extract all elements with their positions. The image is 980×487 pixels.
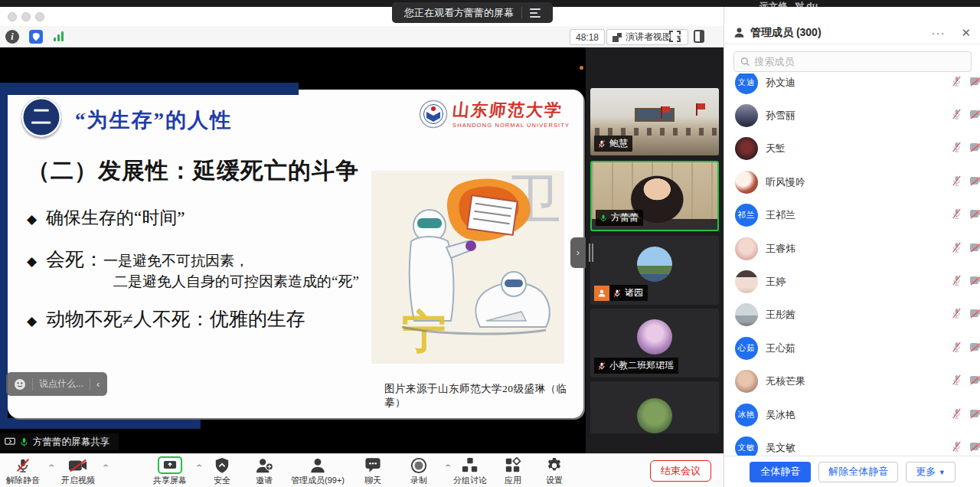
video-tile[interactable]: 诸园 — [590, 236, 719, 305]
participants-panel: 管理成员 (300) ··· ✕ 文迪 孙文迪 — [724, 7, 980, 487]
mic-muted-icon — [612, 289, 622, 298]
camera-off-icon[interactable] — [969, 275, 980, 289]
participant-row[interactable]: 听风慢吟 — [724, 165, 980, 198]
mic-muted-icon[interactable] — [951, 307, 962, 322]
camera-off-icon[interactable] — [969, 242, 980, 256]
video-tile-partial[interactable] — [590, 381, 719, 433]
chat-placeholder[interactable]: 说点什么... — [39, 378, 83, 391]
mic-muted-icon[interactable] — [951, 407, 962, 423]
participant-row[interactable]: 冰艳 吴冰艳 — [724, 398, 980, 431]
host-badge-icon — [594, 286, 609, 301]
settings-button[interactable]: 设置 — [527, 456, 582, 486]
share-screen-button[interactable]: 共享屏幕 — [142, 456, 198, 486]
meeting-info-icon[interactable]: i — [5, 30, 19, 44]
close-icon[interactable]: ✕ — [961, 26, 971, 40]
camera-off-icon[interactable] — [969, 76, 980, 90]
video-options-chevron[interactable]: ⌃ — [101, 463, 110, 472]
encryption-shield-icon[interactable] — [29, 30, 43, 44]
video-tile[interactable]: 小教二班郑珺瑶 — [590, 309, 719, 378]
window-minimize-dot[interactable] — [21, 12, 31, 21]
mic-muted-icon[interactable] — [951, 108, 962, 123]
search-members-input[interactable] — [754, 56, 965, 67]
participant-row[interactable]: 心茹 王心茹 — [724, 332, 980, 364]
manage-participants-button[interactable]: 管理成员(99+) — [290, 456, 345, 486]
camera-off-icon[interactable] — [969, 408, 980, 422]
participant-name: 孙雪丽 — [766, 109, 970, 123]
participant-row[interactable]: 文迪 孙文迪 — [724, 74, 980, 99]
side-panel-toggle-button[interactable] — [694, 30, 704, 43]
mic-muted-icon[interactable] — [951, 274, 962, 289]
participant-row[interactable]: 王睿炜 — [724, 232, 980, 265]
camera-off-icon[interactable] — [969, 142, 980, 155]
viewing-screen-text: 您正在观看方蕾蕾的屏幕 — [404, 6, 514, 20]
participant-row[interactable]: 王婷 — [724, 265, 980, 298]
breakout-rooms-icon — [462, 456, 479, 474]
window-close-dot[interactable] — [8, 12, 17, 21]
mic-muted-icon[interactable] — [951, 440, 962, 456]
mic-muted-icon[interactable] — [951, 374, 962, 389]
camera-off-icon[interactable] — [969, 374, 980, 388]
background-window-title: 远文修...对.du — [760, 0, 818, 7]
participant-row[interactable]: 王彤茜 — [724, 299, 980, 332]
avatar — [637, 319, 672, 355]
more-button[interactable]: 更多 ▼ — [906, 462, 956, 482]
collapse-chevron-icon[interactable]: ‹ — [96, 378, 100, 390]
record-button[interactable]: 录制 — [391, 456, 446, 486]
camera-off-icon[interactable] — [969, 342, 980, 355]
avatar — [637, 398, 672, 433]
invite-button[interactable]: 邀请 — [237, 456, 292, 486]
unmute-all-button[interactable]: 解除全体静音 — [818, 462, 898, 482]
participant-row[interactable]: 祁兰 王祁兰 — [724, 199, 980, 232]
participant-row[interactable]: 孙雪丽 — [724, 99, 980, 132]
university-name-en: SHANDONG NORMAL UNIVERSITY — [452, 122, 570, 129]
camera-off-icon — [68, 456, 88, 474]
view-mode-label: 演讲者视图 — [626, 31, 671, 44]
avatar — [637, 247, 672, 282]
mic-muted-icon — [597, 139, 606, 149]
camera-off-icon[interactable] — [969, 208, 980, 222]
search-box[interactable] — [733, 51, 972, 72]
camera-off-icon[interactable] — [969, 308, 980, 322]
banner-menu-icon[interactable] — [530, 8, 553, 18]
slide-bottom-band — [0, 418, 201, 429]
participant-name-chip: 小教二班郑珺瑶 — [594, 358, 678, 374]
participant-row[interactable]: 天堑 — [724, 132, 980, 165]
window-zoom-dot[interactable] — [35, 12, 44, 21]
screen-share-stage: 二 “为生存”的人性 山东师范大学 SHANDONG NORMAL UNIVER… — [0, 47, 724, 453]
caret-down-icon: ▼ — [939, 469, 946, 476]
unmute-button[interactable]: 解除静音 — [0, 456, 51, 486]
end-meeting-button[interactable]: 结束会议 — [650, 460, 711, 482]
start-video-button[interactable]: 开启视频 — [51, 456, 106, 486]
mic-muted-icon[interactable] — [951, 341, 962, 356]
avatar: 祁兰 — [735, 204, 758, 227]
avatar — [735, 137, 758, 160]
participants-icon — [309, 456, 326, 474]
participant-name: 王彤茜 — [766, 308, 970, 322]
diamond-bullet-icon: ◆ — [27, 314, 37, 328]
camera-off-icon[interactable] — [969, 109, 980, 123]
participant-row[interactable]: 无核芒果 — [724, 365, 980, 398]
video-tile[interactable]: 鲍慧 — [590, 88, 719, 155]
camera-off-icon[interactable] — [969, 175, 980, 189]
slide-top-band — [0, 83, 299, 95]
collapse-thumbnails-tab[interactable]: › — [570, 237, 586, 268]
mic-muted-icon[interactable] — [951, 141, 962, 156]
mic-muted-icon[interactable] — [951, 208, 962, 223]
participant-name: 王祁兰 — [766, 208, 970, 222]
mute-all-button[interactable]: 全体静音 — [750, 462, 811, 482]
video-tile-active-speaker[interactable]: 方蕾蕾 — [590, 161, 719, 231]
fullscreen-button[interactable] — [669, 31, 681, 42]
participant-row[interactable]: 文敏 吴文敏 — [724, 431, 980, 456]
more-options-icon[interactable]: ··· — [931, 26, 945, 39]
mic-muted-icon[interactable] — [951, 241, 962, 257]
participant-name-chip: 鲍慧 — [594, 136, 632, 152]
mic-muted-icon[interactable] — [951, 75, 962, 90]
meeting-timer: 48:18 — [570, 29, 605, 45]
camera-off-icon[interactable] — [969, 441, 980, 455]
quick-chat-bubble[interactable]: 说点什么... ‹ — [6, 372, 107, 396]
participant-name: 王婷 — [766, 275, 970, 289]
mic-muted-icon[interactable] — [951, 175, 962, 190]
record-icon — [410, 456, 427, 474]
screen-icon — [5, 437, 15, 446]
thumbnails-drag-handle[interactable] — [589, 244, 593, 262]
